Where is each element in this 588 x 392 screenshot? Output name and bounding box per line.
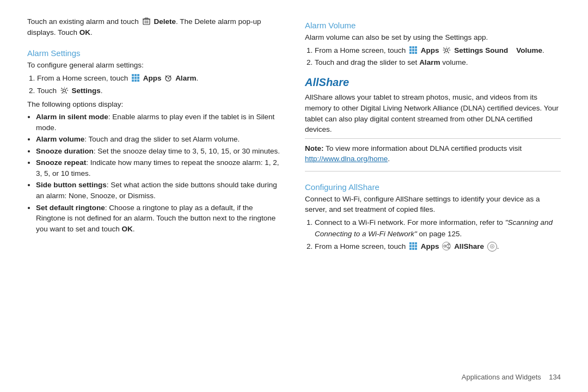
bullet-alarm-volume: Alarm volume: Touch and drag the slider … <box>36 134 283 145</box>
alarm-icon <box>164 74 172 82</box>
dlna-note-text: Note: To view more information about DLN… <box>305 143 561 164</box>
svg-rect-31 <box>409 242 412 244</box>
footer: Applications and Widgets 134 <box>462 373 561 381</box>
svg-rect-10 <box>134 77 137 79</box>
settings-icon-2 <box>442 46 451 54</box>
right-column: Alarm Volume Alarm volume can also be se… <box>305 16 561 376</box>
alarm-settings-steps: From a Home screen, touch <box>27 73 283 97</box>
alarm-settings-step-1: From a Home screen, touch <box>37 73 283 84</box>
svg-rect-37 <box>409 248 412 250</box>
page: Touch an existing alarm and touch Delete… <box>0 0 588 392</box>
configuring-allshare-steps: Connect to a Wi-Fi network. For more inf… <box>305 217 561 253</box>
alarm-volume-title: Alarm Volume <box>305 21 561 30</box>
allshare-body: AllShare allows your tablet to stream ph… <box>305 92 561 134</box>
bullet-snooze-repeat: Snooze repeat: Indicate how many times t… <box>36 157 283 179</box>
svg-line-44 <box>446 247 448 248</box>
configuring-step-1: Connect to a Wi-Fi network. For more inf… <box>315 217 561 240</box>
bullet-default-ringtone: Set default ringtone: Choose a ringtone … <box>36 203 283 235</box>
svg-rect-27 <box>409 52 412 54</box>
svg-point-30 <box>445 49 448 52</box>
alarm-volume-step-1: From a Home screen, touch <box>315 45 561 57</box>
delete-label: Delete <box>154 17 176 26</box>
svg-rect-13 <box>134 79 137 82</box>
dlna-link[interactable]: http://www.dlna.org/home <box>305 155 388 163</box>
apps-label-2: Apps <box>421 46 439 54</box>
svg-rect-24 <box>409 49 412 51</box>
svg-rect-36 <box>415 245 417 247</box>
alarm-volume-steps: From a Home screen, touch <box>305 45 561 69</box>
svg-rect-8 <box>137 74 139 76</box>
svg-line-43 <box>446 245 448 246</box>
wifi-reference: "Scanning and Connecting to a Wi-Fi Netw… <box>315 218 553 238</box>
alarm-label: Alarm <box>175 74 196 82</box>
alarm-settings-section: Alarm Settings To configure general alar… <box>27 44 283 236</box>
configuring-allshare-intro: Connect to Wi-Fi, configure AllShare set… <box>305 194 561 215</box>
allshare-section: AllShare AllShare allows your tablet to … <box>305 74 561 174</box>
note-label: Note: <box>305 144 324 152</box>
alarm-volume-section: Alarm Volume Alarm volume can also be se… <box>305 16 561 71</box>
svg-rect-35 <box>412 245 414 247</box>
svg-rect-7 <box>134 74 137 76</box>
bullet-side-button: Side button settings: Set what action th… <box>36 180 283 201</box>
alarm-settings-step-2: Touch S <box>37 85 283 97</box>
delete-icon <box>142 17 151 26</box>
svg-rect-32 <box>412 242 414 244</box>
dlna-note-box: Note: To view more information about DLN… <box>305 138 561 171</box>
apps-label-1: Apps <box>143 74 162 82</box>
svg-rect-12 <box>132 79 134 82</box>
ok-label: OK <box>79 28 90 36</box>
svg-rect-9 <box>132 77 134 79</box>
svg-rect-22 <box>412 46 414 48</box>
settings-icon-1 <box>60 86 69 95</box>
svg-rect-21 <box>409 46 412 48</box>
configuring-allshare-section: Configuring AllShare Connect to Wi-Fi, c… <box>305 178 561 255</box>
svg-point-42 <box>448 247 450 249</box>
alarm-settings-title: Alarm Settings <box>27 48 283 58</box>
svg-rect-14 <box>137 79 139 82</box>
svg-point-41 <box>448 244 450 246</box>
bullet-silent-mode: Alarm in silent mode: Enable alarms to p… <box>36 112 283 133</box>
following-options-label: The following options display: <box>27 99 283 110</box>
svg-line-19 <box>168 78 169 79</box>
alarm-settings-bullets: Alarm in silent mode: Enable alarms to p… <box>27 112 283 234</box>
allshare-icon-circle: ⦾ <box>487 242 497 252</box>
allshare-title: AllShare <box>305 76 561 89</box>
svg-rect-6 <box>132 74 134 76</box>
svg-rect-39 <box>415 248 417 250</box>
configuring-allshare-title: Configuring AllShare <box>305 182 561 192</box>
allshare-label: AllShare <box>454 242 484 250</box>
intro-paragraph: Touch an existing alarm and touch Delete… <box>27 16 283 38</box>
svg-rect-29 <box>415 52 417 54</box>
svg-rect-23 <box>415 46 417 48</box>
svg-rect-33 <box>415 242 417 244</box>
svg-rect-2 <box>145 18 148 19</box>
apps-label-3: Apps <box>421 242 439 250</box>
footer-text: Applications and Widgets <box>462 373 541 381</box>
alarm-volume-intro: Alarm volume can also be set by using th… <box>305 32 561 43</box>
settings-label-2: Settings <box>454 46 483 54</box>
svg-point-40 <box>444 245 446 247</box>
alarm-settings-intro: To configure general alarm settings: <box>27 60 283 71</box>
svg-rect-25 <box>412 49 414 51</box>
svg-point-20 <box>63 89 65 92</box>
svg-rect-38 <box>412 248 414 250</box>
footer-page: 134 <box>549 373 561 381</box>
bullet-snooze-duration: Snooze duration: Set the snooze delay ti… <box>36 146 283 157</box>
svg-rect-11 <box>137 77 139 79</box>
apps-icon-1 <box>131 74 140 82</box>
apps-icon-2 <box>409 46 418 54</box>
svg-rect-28 <box>412 52 414 54</box>
svg-rect-26 <box>415 49 417 51</box>
allshare-icon <box>442 242 451 250</box>
settings-label-1: Settings <box>72 87 101 95</box>
sound-volume-label: Sound Volume <box>485 46 542 54</box>
left-column: Touch an existing alarm and touch Delete… <box>27 16 283 376</box>
configuring-step-2: From a Home screen, touch <box>315 241 561 253</box>
apps-icon-3 <box>409 242 418 250</box>
alarm-volume-step-2: Touch and drag the slider to set Alarm v… <box>315 57 561 69</box>
svg-rect-34 <box>409 245 412 247</box>
